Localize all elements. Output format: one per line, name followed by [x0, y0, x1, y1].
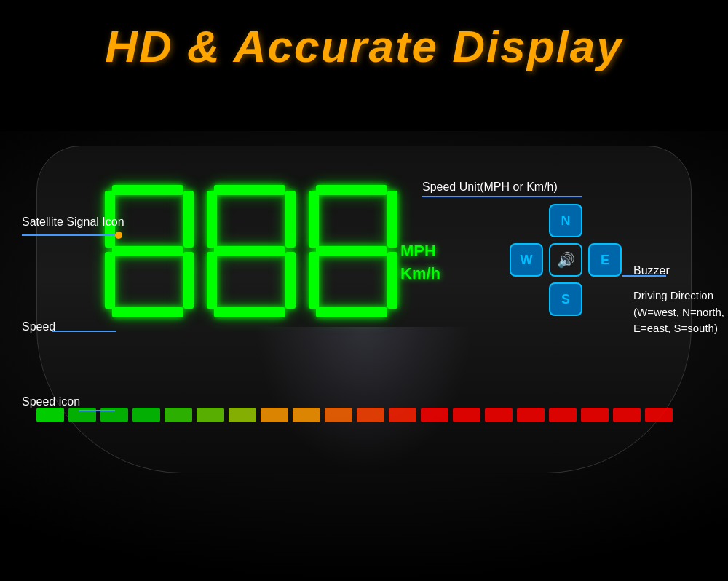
digit-3: [306, 182, 400, 320]
speed-bar-segment-8: [293, 408, 320, 422]
digit-1: [102, 182, 197, 320]
compass-cell-sw-empty: [510, 282, 546, 319]
satellite-signal-dot: [115, 232, 122, 239]
speed-bar-segment-11: [389, 408, 416, 422]
compass-cell-nw-empty: [510, 204, 546, 240]
seg-1-bl: [105, 252, 115, 309]
seg-2-bl: [207, 252, 217, 309]
compass-east: E: [588, 243, 622, 277]
page-title: HD & Accurate Display: [0, 20, 728, 72]
speed-bar-segment-0: [36, 408, 64, 422]
seg-3-bot: [316, 307, 387, 317]
seg-2-mid: [214, 246, 285, 256]
speed-bar-segment-17: [581, 408, 609, 422]
seg-3-br: [387, 252, 397, 309]
speed-unit-display: MPH Km/h: [400, 240, 440, 285]
seg-1-top: [112, 185, 183, 195]
annotation-line-speed-unit: [422, 196, 582, 197]
speed-bar-segment-14: [485, 408, 513, 422]
mph-label: MPH: [400, 240, 440, 263]
speed-bar-segment-13: [453, 408, 480, 422]
annotation-speed-unit: Speed Unit(MPH or Km/h): [422, 181, 558, 194]
seg-2-tr: [285, 191, 296, 248]
compass-south: S: [549, 282, 582, 316]
speed-bar-segment-7: [261, 408, 288, 422]
speed-bar-segment-16: [549, 408, 577, 422]
seg-3-tl: [309, 191, 319, 248]
digit-2: [204, 182, 298, 320]
seg-1-tr: [183, 191, 194, 248]
kmh-label: Km/h: [400, 263, 440, 285]
speed-digits: [102, 182, 400, 320]
seg-3-tr: [387, 191, 397, 248]
speed-bar-segment-9: [325, 408, 352, 422]
speed-bar-segment-10: [357, 408, 384, 422]
speed-bar-segment-5: [197, 408, 224, 422]
seg-3-mid: [316, 246, 387, 256]
speed-bar-segment-3: [132, 408, 160, 422]
speed-bar-segment-6: [229, 408, 256, 422]
annotation-line-speed-icon: [79, 410, 115, 411]
compass-panel: N W 🔊 E S: [510, 197, 626, 313]
annotation-driving-direction: Driving Direction (W=west, N=north, E=ea…: [633, 288, 728, 337]
annotation-line-speed: [52, 331, 116, 332]
annotation-line-buzzer: [622, 275, 666, 277]
compass-cell-ne-empty: [588, 204, 625, 240]
seg-3-bl: [309, 252, 319, 309]
compass-center-buzzer: 🔊: [549, 243, 582, 277]
annotation-speed: Speed: [22, 320, 55, 333]
buzzer-icon: 🔊: [557, 251, 575, 269]
compass-grid: N W 🔊 E S: [510, 204, 625, 319]
annotation-line-satellite: [22, 234, 115, 236]
seg-2-br: [285, 252, 296, 309]
seg-2-tl: [207, 191, 217, 248]
speed-bar-segment-12: [421, 408, 448, 422]
driving-direction-text: Driving Direction (W=west, N=north, E=ea…: [633, 288, 728, 337]
compass-north: N: [549, 204, 582, 237]
annotation-satellite: Satellite Signal Icon: [22, 216, 124, 229]
screen-area: MPH Km/h: [58, 167, 553, 371]
compass-west: W: [510, 243, 543, 277]
annotation-speed-icon: Speed icon: [22, 395, 80, 408]
seg-3-top: [316, 185, 387, 195]
seg-1-br: [183, 252, 194, 309]
seg-1-bot: [112, 307, 183, 317]
speed-bar-segment-18: [613, 408, 641, 422]
speed-bar-segment-15: [517, 408, 545, 422]
seg-2-bot: [214, 307, 285, 317]
speed-bar-segment-4: [165, 408, 192, 422]
seg-1-mid: [112, 246, 183, 256]
speed-bar-segment-19: [645, 408, 673, 422]
speed-bar: [36, 408, 692, 422]
compass-cell-se-empty: [588, 282, 625, 319]
seg-2-top: [214, 185, 285, 195]
